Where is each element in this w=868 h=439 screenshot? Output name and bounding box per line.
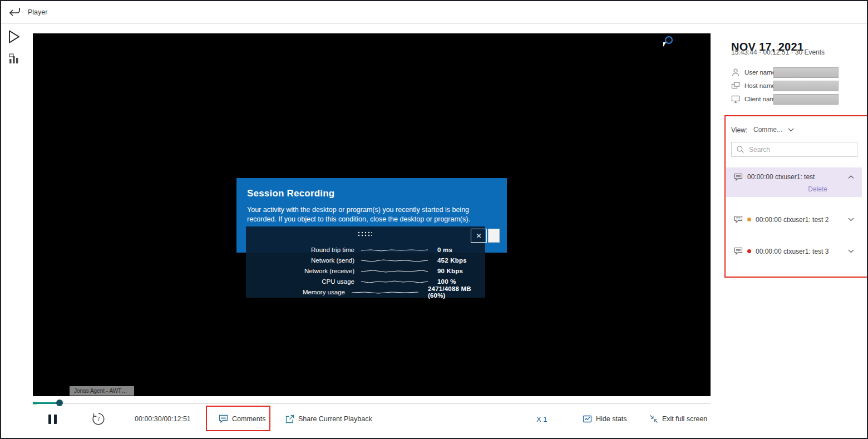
video-viewport[interactable]: Session Recording Your activity with the… <box>33 33 711 396</box>
comment-row[interactable]: 00:00:00 ctxuser1: test <box>726 167 862 186</box>
host-icon <box>731 81 740 90</box>
comment-severity-dot <box>747 218 751 221</box>
view-filter-dropdown[interactable]: Comme... <box>753 126 794 134</box>
hide-stats-label: Hide stats <box>596 415 627 423</box>
stat-value: 0 ms <box>437 246 452 253</box>
top-bar: Player <box>1 1 867 24</box>
pause-icon <box>48 415 51 424</box>
stat-row: Network (receive) 90 Kbps <box>246 265 485 276</box>
back-button[interactable] <box>8 6 21 18</box>
exit-fullscreen-button[interactable]: Exit full screen <box>649 412 707 426</box>
drag-handle-icon[interactable] <box>358 231 372 236</box>
comment-row[interactable]: 00:00:00 ctxuser1: test 2 <box>726 207 862 232</box>
chevron-down-icon <box>788 128 794 132</box>
comment-text: 00:00:00 ctxuser1: test 2 <box>756 216 844 224</box>
comment-item-expanded[interactable]: 00:00:00 ctxuser1: test Delete <box>726 167 862 197</box>
speed-label: X 1 <box>536 415 548 423</box>
user-name-redacted-value <box>773 67 839 78</box>
svg-text:7: 7 <box>97 416 100 422</box>
close-icon: ✕ <box>476 233 481 239</box>
comment-severity-dot <box>747 249 751 253</box>
recording-meta: 15:43:44 · 00:12:51 · 30 Events <box>731 48 825 56</box>
client-icon <box>731 95 740 103</box>
delete-comment-button[interactable]: Delete <box>808 185 827 193</box>
view-filter-label: View: <box>731 126 747 134</box>
playhead[interactable] <box>56 399 63 406</box>
overlay-close-button[interactable]: ✕ <box>471 229 487 243</box>
comment-text: 00:00:00 ctxuser1: test <box>747 173 844 181</box>
playback-speed-button[interactable]: X 1 <box>536 412 548 426</box>
stat-value: 100 % <box>437 278 456 285</box>
line-chart-icon <box>583 415 592 423</box>
dialog-body: Your activity with the desktop or progra… <box>247 205 496 224</box>
stat-value: 452 Kbps <box>437 257 467 264</box>
user-name-field: User name: <box>731 67 839 78</box>
user-name-label: User name: <box>744 69 773 76</box>
agent-taskbar-label: Jonas Agent - AWTSVD... <box>70 386 134 396</box>
stat-label: Memory usage <box>246 289 345 295</box>
play-icon <box>7 29 21 44</box>
stat-label: Network (send) <box>246 257 354 264</box>
comments-button[interactable]: Comments <box>219 412 265 426</box>
comment-bubble-icon <box>219 415 228 423</box>
comment-bubble-icon <box>734 173 743 181</box>
stat-sparkline <box>361 279 428 284</box>
hide-stats-button[interactable]: Hide stats <box>583 412 627 426</box>
exit-fullscreen-icon <box>649 415 658 423</box>
page-title: Player <box>28 1 47 23</box>
comment-item[interactable]: 00:00:00 ctxuser1: test 3 <box>726 239 862 264</box>
time-display: 00:00:30/00:12:51 <box>135 415 191 423</box>
stats-table: Round trip time 0 ms Network (send) 452 … <box>246 244 485 297</box>
stat-row: Network (send) 452 Kbps <box>246 255 485 265</box>
stat-value: 2471/4088 MB (60%) <box>428 285 485 299</box>
progress-remaining-track <box>63 403 711 404</box>
comment-bubble-icon <box>734 247 743 255</box>
client-name-label: Client name: <box>744 96 773 102</box>
cursor-arrow-icon <box>663 42 666 47</box>
stat-sparkline <box>352 289 418 295</box>
stat-value: 90 Kbps <box>437 268 463 274</box>
client-name-field: Client name: <box>731 93 839 105</box>
search-input[interactable] <box>748 145 852 154</box>
progress-bar[interactable] <box>33 398 711 407</box>
chevron-up-icon <box>848 175 854 179</box>
comment-item[interactable]: 00:00:00 ctxuser1: test 2 <box>726 207 862 232</box>
chevron-down-icon <box>848 249 854 253</box>
chevron-down-icon <box>848 218 854 221</box>
comment-search <box>731 142 857 157</box>
playback-controls: 7 00:00:30/00:12:51 Comments Share Curre… <box>33 407 711 431</box>
share-icon <box>285 415 294 423</box>
session-recording-player-window: Player Session Recording Your activity w… <box>0 0 868 439</box>
stat-label: CPU usage <box>246 278 354 285</box>
stat-label: Network (receive) <box>246 268 354 274</box>
comments-button-label: Comments <box>232 415 265 423</box>
rewind-7-button[interactable]: 7 <box>91 412 106 426</box>
user-icon <box>731 68 740 77</box>
left-sidebar <box>1 24 26 438</box>
host-name-field: Host name: <box>731 80 839 91</box>
stat-row: Memory usage 2471/4088 MB (60%) <box>246 287 485 297</box>
share-current-playback-button[interactable]: Share Current Playback <box>285 412 372 426</box>
sidebar-item-statistics[interactable] <box>7 52 21 67</box>
stat-sparkline <box>361 268 428 274</box>
comment-text: 00:00:00 ctxuser1: test 3 <box>756 248 844 255</box>
dialog-title: Session Recording <box>247 188 496 199</box>
exit-fullscreen-label: Exit full screen <box>662 415 707 423</box>
overlay-button-remnant <box>488 229 500 243</box>
share-button-label: Share Current Playback <box>298 415 372 423</box>
session-stats-overlay: ✕ Round trip time 0 ms Network (send) 45… <box>246 226 485 298</box>
comment-bubble-icon <box>734 215 743 224</box>
host-name-label: Host name: <box>744 82 773 89</box>
search-icon <box>736 145 744 154</box>
client-name-redacted-value <box>773 94 839 105</box>
view-filter-value: Comme... <box>753 126 782 134</box>
stat-sparkline <box>361 258 428 263</box>
pointer-indicator-icon <box>665 36 673 44</box>
stat-row: Round trip time 0 ms <box>246 244 485 255</box>
rewind-icon: 7 <box>91 412 106 426</box>
bar-chart-icon <box>8 53 20 65</box>
sidebar-item-playback[interactable] <box>7 29 21 45</box>
comment-row[interactable]: 00:00:00 ctxuser1: test 3 <box>726 239 862 264</box>
stat-label: Round trip time <box>246 246 354 253</box>
pause-button[interactable] <box>48 412 57 426</box>
